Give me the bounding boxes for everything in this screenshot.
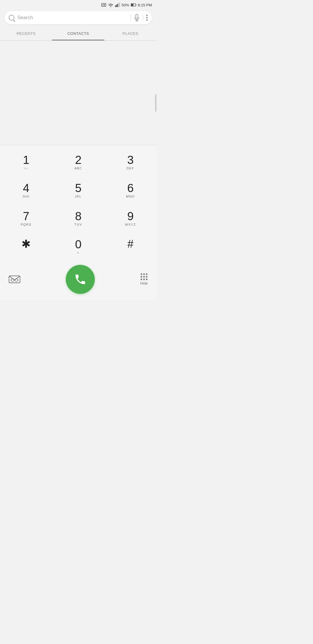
dialpad-grid: 1 ○○ 2 ABC 3 DEF 4 GHI 5 JKL 6 MNO 7 PQR… [0, 148, 156, 261]
search-bar[interactable]: Search [5, 11, 152, 24]
call-button[interactable] [66, 265, 95, 294]
tab-places[interactable]: PLACES [104, 27, 156, 40]
voicemail-icon [9, 274, 20, 284]
tab-recents[interactable]: RECENTS [0, 27, 52, 40]
svg-rect-3 [117, 4, 118, 7]
status-bar: 50% 8:15 PM [0, 0, 156, 9]
tab-contacts[interactable]: CONTACTS [52, 27, 104, 40]
wifi-icon [108, 2, 114, 8]
svg-rect-7 [136, 4, 136, 6]
hide-button[interactable]: Hide [140, 273, 148, 285]
svg-point-14 [146, 19, 148, 21]
dialpad-key-9[interactable]: 9 WXYZ [104, 205, 156, 233]
status-icons: 50% 8:15 PM [101, 2, 152, 8]
dialpad-key-3[interactable]: 3 DEF [104, 148, 156, 176]
dialpad-key-0[interactable]: 0 + [52, 233, 104, 261]
svg-point-16 [11, 279, 14, 282]
svg-rect-5 [119, 3, 120, 7]
svg-rect-1 [115, 6, 116, 7]
microphone-icon[interactable] [134, 14, 140, 21]
dialpad-key-hash[interactable]: # [104, 233, 156, 261]
dialpad-container: 1 ○○ 2 ABC 3 DEF 4 GHI 5 JKL 6 MNO 7 PQR… [0, 145, 156, 300]
dialpad-key-star[interactable]: ✱ [0, 233, 52, 261]
search-divider [130, 15, 131, 21]
hide-label: Hide [140, 281, 148, 285]
search-icon [9, 15, 14, 21]
search-placeholder[interactable]: Search [17, 15, 128, 21]
dialpad-key-7[interactable]: 7 PQRS [0, 205, 52, 233]
dialpad-key-8[interactable]: 8 TUV [52, 205, 104, 233]
svg-point-13 [146, 17, 148, 19]
dialpad-key-4[interactable]: 4 GHI [0, 176, 52, 205]
more-options-icon[interactable] [146, 15, 148, 21]
svg-rect-4 [118, 3, 119, 7]
dialpad-key-1[interactable]: 1 ○○ [0, 148, 52, 176]
battery-text: 50% [122, 3, 129, 7]
tabs-container: RECENTS CONTACTS PLACES [0, 27, 156, 41]
svg-point-17 [15, 279, 18, 282]
svg-rect-9 [136, 14, 138, 19]
search-bar-container: Search [0, 9, 156, 27]
bottom-bar: Hide [0, 261, 156, 300]
time-text: 8:15 PM [138, 3, 152, 7]
dialpad-key-2[interactable]: 2 ABC [52, 148, 104, 176]
search-divider-2 [143, 15, 143, 21]
grid-dots-icon [141, 273, 148, 280]
voicemail-button[interactable] [9, 274, 20, 284]
svg-point-12 [146, 15, 148, 16]
dialpad-key-5[interactable]: 5 JKL [52, 176, 104, 205]
signal-icon [115, 3, 120, 7]
phone-icon [74, 273, 87, 286]
svg-rect-8 [131, 4, 133, 6]
scrollbar [155, 94, 156, 112]
content-area [0, 41, 156, 145]
dialpad-key-6[interactable]: 6 MNO [104, 176, 156, 205]
nfc-icon [101, 2, 106, 8]
battery-icon [131, 3, 137, 7]
svg-rect-2 [116, 5, 117, 7]
